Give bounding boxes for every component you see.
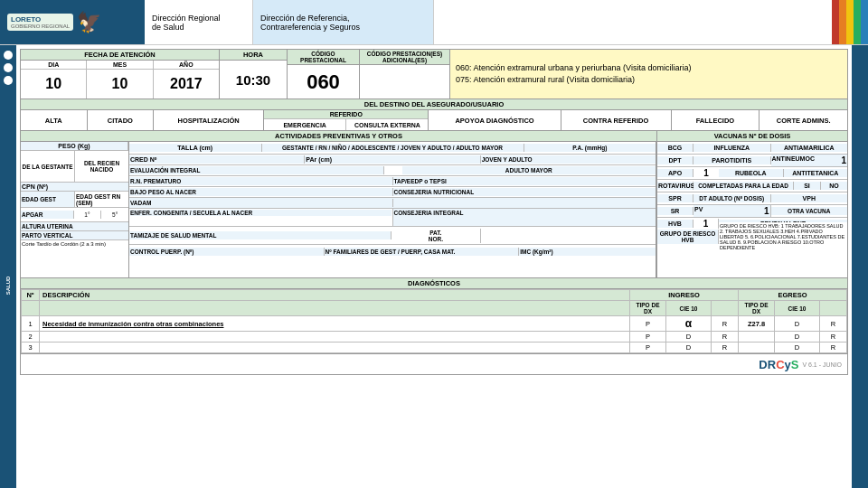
- diagnostics-table: Nº DESCRIPCIÓN INGRESO EGRESO TIPO DE DX…: [21, 289, 847, 353]
- bajo-peso-label: BAJO PESO AL NACER: [129, 188, 393, 196]
- ref-line2: Contrareferencia y Seguros: [260, 23, 426, 32]
- row1-desc: Necesidad de inmunización contra otras c…: [40, 316, 630, 332]
- corte-admins-label: CORTE ADMINS.: [760, 110, 847, 130]
- peso-label: PESO (Kg): [21, 142, 128, 150]
- vph-label: VPH: [771, 194, 848, 202]
- dept-line2: de Salud: [152, 23, 245, 32]
- pa-label: P.A. (mmHg): [524, 144, 656, 152]
- joven-adulto-label: JOVEN Y ADULTO: [481, 155, 656, 164]
- rn-prematuro-label: R.N. PREMATURO: [129, 177, 393, 185]
- antineumoc-label: ANTINEUMOC: [772, 155, 815, 165]
- activities-vaccines-row: ACTIVIDADES PREVENTIVAS Y OTROS PESO (Kg…: [21, 131, 847, 278]
- row1-egr-p: D: [775, 316, 820, 332]
- destino-citado: CITADO: [88, 110, 155, 130]
- apoyo-diag-label: APOYOA DIAGNÓSTICO: [429, 110, 561, 130]
- tooltip-line2: 075: Atención extramural rural (Visita d…: [456, 74, 691, 87]
- destino-row: DEL DESTINO DEL ASEGURADO/USUARIO ALTA C…: [21, 99, 847, 131]
- row1-tipo-p: P: [630, 316, 666, 332]
- dept-block: Dirección Regional de Salud: [145, 0, 253, 44]
- apo-val: 1: [693, 168, 719, 178]
- row1-egr-r: R: [820, 316, 847, 332]
- ref-line1: Dirección de Referencia,: [260, 14, 426, 23]
- form-content: FECHA DE ATENCIÓN DIA 10 MES 10: [16, 45, 852, 488]
- spr-label: SPR: [657, 194, 693, 202]
- eval-integral-label: EVALUACIÓN INTEGRAL: [129, 166, 384, 174]
- otra-vacuna-label: OTRA VACUNA: [771, 207, 848, 215]
- talla-label: TALLA (cm): [129, 144, 262, 152]
- influenza-label: INFLUENZA: [693, 144, 771, 152]
- dpt-label: DPT: [657, 156, 693, 164]
- col-desc: DESCRIPCIÓN: [40, 290, 630, 301]
- logo-sub: GOBIERNO REGIONAL: [11, 23, 70, 29]
- edad-gest-rn-label: EDAD GEST RN (SEM): [75, 192, 128, 207]
- ref-block: Dirección de Referencia, Contrareferenci…: [253, 0, 434, 44]
- grupo-riesco-label: GRUPO DE RIESCO HVB: [657, 230, 719, 244]
- nor-label: NOR.: [392, 236, 479, 242]
- antineumoc-val: 1: [841, 155, 846, 165]
- footer-logo: DRCyS: [759, 358, 798, 371]
- rotavirus-label: ROTAVIRUS: [657, 182, 693, 190]
- dia-value: 10: [21, 70, 86, 99]
- apgar5-label: 5°: [101, 211, 128, 219]
- grupo-riesco-desc: GRUPO DE RIESCO HVB: 1 TRABAJADORES SALU…: [719, 222, 847, 251]
- ano-label: AÑO: [154, 61, 219, 70]
- pat-label: PAT.: [392, 230, 479, 236]
- referido-label: REFERIDO: [264, 110, 428, 119]
- parto-vertical-label: PARTO VERTICAL: [21, 231, 128, 240]
- antiamarilica-label: ANTIAMARILICA: [771, 144, 848, 152]
- gestante-rn-label: GESTANTE / RN / NIÑO / ADOLESCENTE / JOV…: [262, 144, 524, 152]
- cpn-label: CPN (Nº): [21, 183, 128, 192]
- imc-label: IMC (Kg/m²): [519, 248, 656, 256]
- header: LORETO GOBIERNO REGIONAL 🦅 Dirección Reg…: [0, 0, 868, 45]
- contra-referido-label: CONTRA REFERIDO: [561, 110, 672, 130]
- tap-label: TAP/EEDP o TEPSI: [393, 177, 656, 185]
- col-tipo-dx: TIPO DE DX: [630, 301, 666, 316]
- fallecido-label: FALLECIDO: [672, 110, 760, 130]
- row1-tipo-r: R: [712, 316, 739, 332]
- logo-main: LORETO: [11, 15, 70, 23]
- par-label: PAr (cm): [305, 155, 480, 164]
- row1-num: 1: [22, 316, 40, 332]
- ano-value: 2017: [154, 70, 219, 99]
- enfer-congenita-label: ENFER. CONGENITA / SECUELA AL NACER: [130, 210, 392, 216]
- vaccines-title: VACUNAS Nº DE DOSIS: [657, 131, 847, 142]
- col-ingreso: INGRESO: [630, 290, 739, 301]
- dept-line1: Dirección Regional: [152, 14, 245, 23]
- consulta-externa-label: CONSULTA EXTERNA: [346, 119, 428, 130]
- row1-tipo-d: α: [666, 316, 712, 332]
- apgar1-label: 1°: [74, 211, 102, 219]
- col-egreso: EGRESO: [739, 290, 847, 301]
- pv-val: 1: [764, 206, 769, 216]
- dt-adult-label: DT ADULTO (Nº DOSIS): [693, 194, 771, 202]
- cred-label: CRED Nº: [129, 155, 305, 164]
- row1-cie10: Z27.8: [739, 316, 775, 332]
- cod-add-label: CÓDIGO PRESTACION(ES) ADICIONAL(ES): [360, 50, 449, 65]
- consejeria-integral-label: CONSEJERIA INTEGRAL: [393, 209, 656, 226]
- cod-prest-label: CÓDIGO PRESTACIONAL: [288, 50, 359, 65]
- hora-value: 10:30: [220, 61, 287, 99]
- emergencia-label: EMERGENCIA: [264, 119, 346, 130]
- apo-label: APO: [657, 169, 693, 177]
- control-puerp-label: CONTROL PUERP. (Nº): [129, 248, 325, 256]
- col-tipo-dx2: TIPO DE DX: [739, 301, 775, 316]
- diagnostics-title: DIAGNÓSTICOS: [21, 278, 847, 289]
- diagnostics-row: DIAGNÓSTICOS Nº DESCRIPCIÓN INGRESO EGRE…: [21, 278, 847, 354]
- antitetanica-label: ANTITETANICA: [784, 169, 848, 177]
- fam-label: Nº FAMILIARES DE GEST / PUERP, CASA MAT.: [325, 248, 520, 256]
- main-form: FECHA DE ATENCIÓN DIA 10 MES 10: [20, 49, 848, 375]
- hvb-val: 1: [693, 219, 719, 229]
- table-row: 3 P D R D R: [22, 343, 847, 353]
- hvb-label: HVB: [657, 220, 693, 228]
- activities-panel: ACTIVIDADES PREVENTIVAS Y OTROS PESO (Kg…: [21, 131, 657, 277]
- si-label: SI: [794, 182, 821, 190]
- corte-cordon-label: Corte Tardío de Cordón (2 a 3 min): [21, 240, 128, 248]
- altura-uterina-label: ALTURA UTERINA: [21, 222, 128, 231]
- cod-prest-value: 060: [288, 65, 359, 99]
- mes-value: 10: [87, 70, 152, 99]
- fecha-row: FECHA DE ATENCIÓN DIA 10 MES 10: [21, 50, 847, 99]
- apgar-label: APGAR: [21, 211, 74, 219]
- right-sidebar: [852, 45, 868, 488]
- col-cie10-2: CIE 10: [775, 301, 820, 316]
- parotiditis-label: PAROTIDITIS: [693, 156, 771, 164]
- tooltip-line1: 060: Atención extramural urbana y periur…: [456, 62, 691, 75]
